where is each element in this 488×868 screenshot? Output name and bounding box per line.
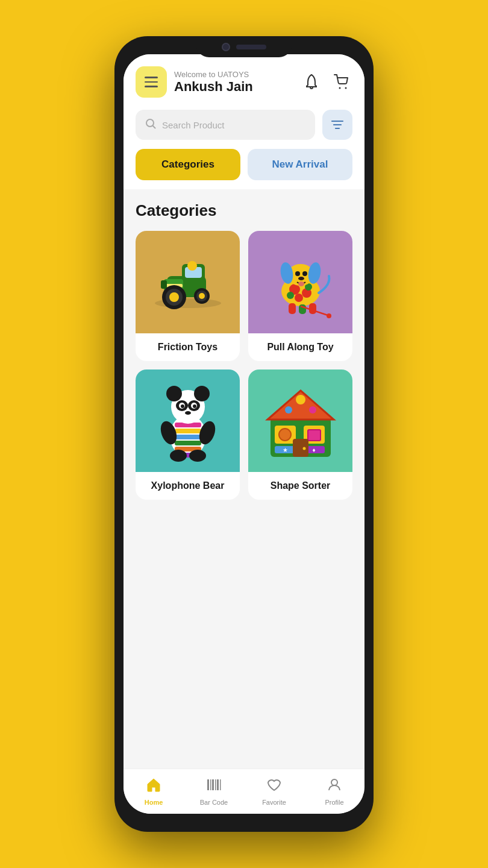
friction-toys-label: Friction Toys (153, 333, 222, 361)
pull-along-label: Pull Along Toy (262, 333, 338, 361)
barcode-icon (206, 777, 222, 796)
svg-point-12 (169, 292, 179, 302)
menu-button[interactable] (136, 66, 167, 98)
svg-rect-37 (175, 429, 201, 433)
xylophone-label: Xylophone Bear (146, 472, 230, 500)
svg-rect-74 (212, 779, 214, 790)
phone-frame: Welcome to UATOYS Ankush Jain (114, 36, 374, 832)
shape-sorter-image: ★ ♦ (248, 370, 352, 472)
svg-rect-72 (207, 779, 209, 790)
search-placeholder: Search Product (162, 120, 224, 130)
camera (222, 43, 230, 51)
svg-point-20 (295, 294, 303, 302)
cart-button[interactable] (331, 71, 352, 93)
svg-point-26 (295, 271, 300, 276)
svg-point-21 (287, 292, 294, 299)
header-text: Welcome to UATOYS Ankush Jain (174, 70, 293, 95)
svg-point-60 (279, 429, 291, 441)
home-label: Home (145, 799, 163, 806)
pull-along-image (248, 231, 352, 333)
user-name: Ankush Jain (174, 79, 293, 95)
welcome-text: Welcome to UATOYS (174, 70, 293, 79)
categories-grid: Friction Toys (136, 231, 352, 500)
svg-rect-70 (293, 439, 308, 457)
svg-rect-76 (217, 779, 219, 790)
svg-point-71 (302, 447, 305, 450)
svg-rect-75 (215, 779, 216, 790)
svg-point-67 (296, 395, 305, 404)
hamburger-icon (145, 77, 158, 87)
svg-rect-30 (289, 303, 296, 314)
svg-point-49 (181, 404, 184, 408)
nav-profile[interactable]: Profile (304, 777, 364, 806)
category-card-pull-along[interactable]: Pull Along Toy (248, 231, 352, 361)
svg-point-68 (285, 406, 292, 414)
svg-point-43 (166, 386, 182, 401)
svg-rect-9 (161, 280, 167, 289)
svg-point-34 (327, 313, 331, 318)
search-icon (145, 118, 156, 132)
svg-text:★: ★ (282, 447, 287, 453)
tab-categories[interactable]: Categories (136, 149, 240, 180)
profile-label: Profile (325, 799, 343, 806)
nav-barcode[interactable]: Bar Code (184, 777, 244, 806)
svg-point-28 (298, 277, 304, 280)
svg-point-54 (170, 450, 187, 462)
favorite-label: Favorite (262, 799, 286, 806)
profile-icon (327, 777, 342, 796)
search-bar[interactable]: Search Product (136, 110, 315, 140)
barcode-label: Bar Code (200, 799, 228, 806)
nav-favorite[interactable]: Favorite (244, 777, 304, 806)
search-section: Search Product (124, 104, 364, 149)
svg-point-27 (302, 271, 307, 276)
svg-point-2 (146, 119, 154, 127)
category-card-friction-toys[interactable]: Friction Toys (136, 231, 240, 361)
speaker (236, 45, 266, 49)
notch (196, 36, 292, 57)
header: Welcome to UATOYS Ankush Jain (124, 54, 364, 104)
favorite-icon (266, 777, 282, 796)
category-card-shape-sorter[interactable]: ★ ♦ Shape Sorter (248, 370, 352, 500)
svg-rect-77 (220, 779, 221, 790)
svg-rect-39 (175, 441, 201, 445)
svg-text:♦: ♦ (312, 447, 315, 453)
nav-home[interactable]: Home (124, 777, 184, 806)
shape-sorter-label: Shape Sorter (266, 472, 336, 500)
home-icon (146, 777, 161, 796)
svg-point-0 (339, 87, 341, 89)
notification-button[interactable] (301, 71, 322, 93)
tab-new-arrival[interactable]: New Arrival (248, 149, 352, 180)
svg-point-69 (309, 406, 316, 414)
header-icons (301, 71, 352, 93)
phone-screen: Welcome to UATOYS Ankush Jain (124, 54, 364, 814)
filter-button[interactable] (322, 110, 352, 140)
svg-rect-62 (308, 430, 321, 441)
main-content: Categories (124, 189, 364, 769)
section-title: Categories (136, 201, 352, 220)
svg-point-16 (187, 261, 197, 271)
svg-rect-73 (210, 779, 211, 790)
svg-point-29 (298, 281, 304, 286)
svg-point-15 (199, 293, 205, 299)
svg-rect-31 (299, 304, 306, 314)
svg-point-50 (193, 404, 196, 408)
svg-point-55 (189, 450, 206, 462)
svg-point-1 (345, 87, 347, 89)
svg-point-51 (185, 411, 191, 415)
friction-toys-image (136, 231, 240, 333)
tabs-section: Categories New Arrival (124, 149, 364, 189)
category-card-xylophone[interactable]: Xylophone Bear (136, 370, 240, 500)
svg-point-78 (331, 779, 337, 785)
svg-rect-38 (175, 435, 201, 439)
xylophone-image (136, 370, 240, 472)
bottom-nav: Home Bar Code (124, 769, 364, 814)
svg-point-44 (194, 386, 210, 401)
